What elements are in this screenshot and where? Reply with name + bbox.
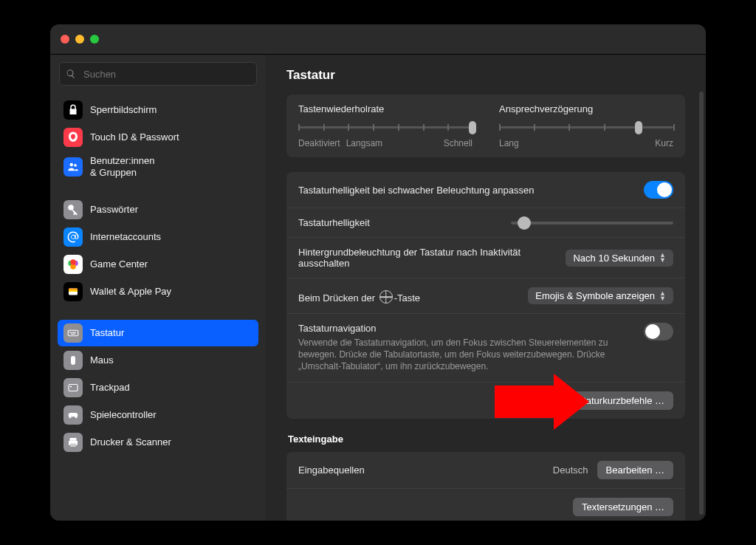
sidebar-item-icon bbox=[63, 200, 83, 219]
minimize-icon[interactable] bbox=[75, 35, 84, 44]
delay-max: Kurz bbox=[655, 138, 673, 148]
svg-rect-8 bbox=[69, 289, 78, 290]
sidebar-item-label: Sperrbildschirm bbox=[90, 104, 252, 116]
globe-icon bbox=[379, 290, 393, 304]
text-input-heading: Texteingabe bbox=[286, 433, 685, 452]
sidebar-item-icon bbox=[63, 227, 83, 247]
svg-point-18 bbox=[70, 386, 72, 388]
sidebar-item[interactable]: Internetaccounts bbox=[58, 224, 258, 250]
globe-key-select[interactable]: Emojis & Symbole anzeigen ▲▼ bbox=[528, 287, 673, 304]
sidebar-item-label: Benutzer:innen & Gruppen bbox=[90, 155, 252, 178]
sidebar-item-label: Touch ID & Passwort bbox=[90, 131, 252, 143]
brightness-slider[interactable] bbox=[511, 222, 673, 224]
globe-key-value: Emojis & Symbole anzeigen bbox=[535, 290, 655, 301]
svg-rect-16 bbox=[71, 356, 75, 365]
svg-rect-17 bbox=[69, 385, 78, 391]
svg-point-6 bbox=[70, 259, 76, 265]
backlight-auto-label: Tastaturhelligkeit bei schwacher Beleuch… bbox=[298, 185, 633, 196]
backlight-off-label: Hintergrundbeleuchtung der Tastatur nach… bbox=[298, 247, 555, 269]
svg-rect-15 bbox=[71, 334, 75, 335]
key-repeat-panel: Tastenwiederholrate Deaktiviert Langsam … bbox=[286, 95, 685, 157]
chevron-updown-icon: ▲▼ bbox=[659, 291, 666, 301]
svg-rect-14 bbox=[75, 332, 76, 334]
svg-rect-12 bbox=[72, 332, 73, 334]
sidebar-item[interactable]: Drucker & Scanner bbox=[58, 429, 258, 456]
globe-key-label: Beim Drücken der -Taste bbox=[298, 288, 518, 304]
sidebar-item-label: Passwörter bbox=[90, 204, 252, 216]
svg-rect-11 bbox=[70, 332, 72, 334]
key-repeat-max: Schnell bbox=[444, 138, 472, 148]
backlight-off-select[interactable]: Nach 10 Sekunden ▲▼ bbox=[566, 250, 673, 267]
input-sources-edit-button[interactable]: Bearbeiten … bbox=[597, 461, 674, 479]
sidebar-item-icon bbox=[63, 282, 83, 301]
sidebar-item[interactable]: Maus bbox=[58, 347, 258, 374]
svg-rect-21 bbox=[70, 444, 76, 448]
window-controls bbox=[61, 35, 99, 44]
backlight-auto-toggle[interactable] bbox=[644, 181, 673, 199]
sidebar-item[interactable]: Trackpad bbox=[58, 374, 258, 401]
sidebar-item[interactable]: Spielecontroller bbox=[58, 402, 258, 428]
sidebar-item[interactable]: Sperrbildschirm bbox=[58, 97, 258, 123]
svg-point-0 bbox=[70, 162, 74, 166]
sidebar-item[interactable]: Wallet & Apple Pay bbox=[58, 278, 258, 305]
sidebar-item[interactable]: Passwörter bbox=[58, 196, 258, 223]
search-icon bbox=[66, 69, 76, 79]
sidebar: SperrbildschirmTouch ID & PasswortBenutz… bbox=[50, 55, 266, 521]
svg-rect-9 bbox=[69, 290, 78, 292]
sidebar-item-label: Trackpad bbox=[90, 382, 252, 394]
chevron-updown-icon: ▲▼ bbox=[659, 253, 666, 263]
keyboard-settings-panel: Tastaturhelligkeit bei schwacher Beleuch… bbox=[286, 172, 685, 419]
keyboard-nav-label: Tastaturnavigation bbox=[298, 323, 633, 334]
scrollbar[interactable] bbox=[699, 92, 704, 515]
sidebar-item-icon bbox=[63, 433, 83, 452]
sidebar-item-label: Drucker & Scanner bbox=[90, 436, 252, 448]
sidebar-item-icon bbox=[63, 378, 83, 397]
sidebar-item-label: Game Center bbox=[90, 258, 252, 270]
sidebar-item-icon bbox=[63, 157, 83, 176]
close-icon[interactable] bbox=[61, 35, 69, 44]
sidebar-item-icon bbox=[63, 405, 83, 425]
sidebar-item-label: Tastatur bbox=[90, 327, 252, 339]
titlebar bbox=[50, 24, 706, 55]
sidebar-item[interactable]: Benutzer:innen & Gruppen bbox=[58, 151, 258, 182]
delay-label: Ansprechverzögerung bbox=[499, 103, 673, 114]
backlight-off-value: Nach 10 Sekunden bbox=[573, 253, 655, 264]
keyboard-nav-toggle[interactable] bbox=[644, 323, 673, 340]
settings-window: SperrbildschirmTouch ID & PasswortBenutz… bbox=[50, 24, 706, 521]
delay-slider[interactable]: Ansprechverzögerung Lang Kurz bbox=[499, 103, 673, 148]
sidebar-item-icon bbox=[63, 323, 83, 343]
svg-rect-13 bbox=[73, 332, 75, 334]
keyboard-nav-desc: Verwende die Tastaturnavigation, um den … bbox=[298, 337, 633, 373]
search-field[interactable] bbox=[59, 62, 257, 86]
svg-rect-19 bbox=[70, 438, 77, 441]
sidebar-item-icon bbox=[63, 128, 83, 147]
sidebar-item-icon bbox=[63, 351, 83, 370]
fullscreen-icon[interactable] bbox=[90, 35, 99, 44]
sidebar-item[interactable]: Game Center bbox=[58, 251, 258, 278]
sidebar-item-icon bbox=[63, 100, 83, 120]
search-input[interactable] bbox=[82, 68, 250, 80]
main-pane: Tastatur Tastenwiederholrate Deaktiviert bbox=[266, 55, 706, 521]
key-repeat-min: Deaktiviert bbox=[298, 138, 340, 148]
sidebar-item[interactable]: Tastatur bbox=[58, 320, 258, 346]
sidebar-item[interactable]: Touch ID & Passwort bbox=[58, 124, 258, 151]
input-sources-label: Eingabequellen bbox=[298, 465, 543, 476]
delay-min: Lang bbox=[499, 138, 519, 148]
text-replacements-button[interactable]: Textersetzungen … bbox=[573, 498, 673, 516]
key-repeat-slider[interactable]: Tastenwiederholrate Deaktiviert Langsam … bbox=[298, 103, 472, 148]
key-repeat-label: Tastenwiederholrate bbox=[298, 103, 472, 114]
sidebar-item-icon bbox=[63, 255, 83, 274]
sidebar-item-label: Internetaccounts bbox=[90, 231, 252, 243]
input-sources-value: Deutsch bbox=[553, 465, 588, 476]
sidebar-list: SperrbildschirmTouch ID & PasswortBenutz… bbox=[58, 96, 258, 513]
sidebar-item-label: Spielecontroller bbox=[90, 409, 252, 421]
text-input-panel: Eingabequellen Deutsch Bearbeiten … Text… bbox=[286, 452, 685, 521]
key-repeat-mid: Langsam bbox=[346, 138, 382, 148]
sidebar-item-label: Wallet & Apple Pay bbox=[90, 286, 252, 298]
sidebar-item-label: Maus bbox=[90, 354, 252, 366]
keyboard-shortcuts-button[interactable]: Tastaturkurzbefehle … bbox=[560, 391, 673, 410]
brightness-label: Tastaturhelligkeit bbox=[298, 217, 501, 228]
svg-point-1 bbox=[74, 163, 77, 166]
page-title: Tastatur bbox=[286, 55, 685, 95]
